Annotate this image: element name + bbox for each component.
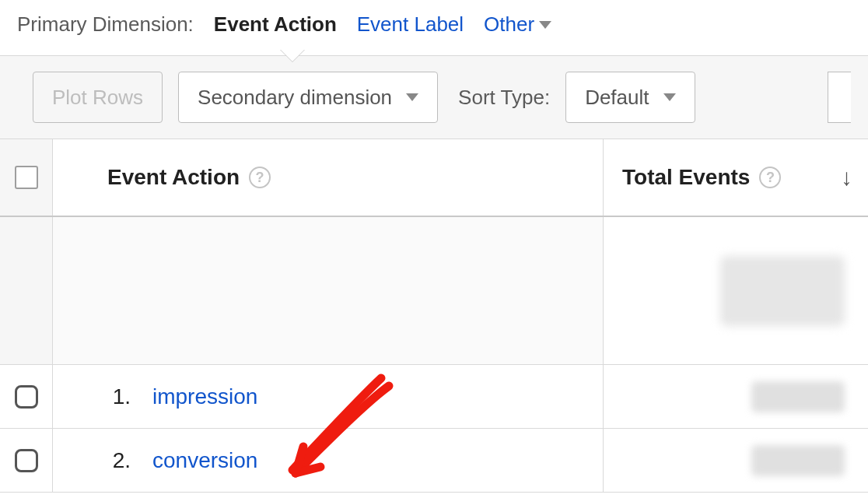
table-summary-row: [0, 217, 868, 365]
help-icon[interactable]: ?: [759, 167, 781, 188]
active-tab-pointer-icon: [280, 49, 305, 61]
sort-descending-icon: ↓: [841, 164, 852, 191]
primary-dimension-bar: Primary Dimension: Event Action Event La…: [0, 0, 868, 55]
row-checkbox[interactable]: [15, 449, 38, 472]
table-header: Event Action ? Total Events ? ↓: [0, 139, 868, 217]
dimension-tab-event-label[interactable]: Event Label: [357, 12, 464, 37]
column-header-event-action[interactable]: Event Action ?: [53, 139, 604, 216]
sort-type-value: Default: [585, 86, 649, 110]
column-header-total-events-label: Total Events: [622, 165, 750, 190]
redacted-value: [751, 445, 845, 476]
redacted-total: [720, 256, 845, 326]
table-row: 2. conversion: [0, 429, 868, 493]
row-index: 1.: [84, 384, 131, 409]
select-all-checkbox[interactable]: [15, 166, 38, 189]
dimension-tab-other-label: Other: [484, 12, 534, 37]
event-action-link[interactable]: conversion: [152, 448, 257, 473]
secondary-dimension-label: Secondary dimension: [198, 86, 392, 110]
row-checkbox[interactable]: [15, 385, 38, 409]
plot-rows-button[interactable]: Plot Rows: [33, 72, 163, 123]
secondary-dimension-dropdown[interactable]: Secondary dimension: [178, 72, 438, 123]
select-all-cell: [0, 139, 53, 216]
dimension-tab-event-action[interactable]: Event Action: [214, 12, 337, 37]
redacted-value: [751, 381, 845, 412]
column-header-total-events[interactable]: Total Events ? ↓: [604, 139, 868, 216]
row-index: 2.: [84, 448, 131, 473]
dimension-tab-other[interactable]: Other: [484, 12, 551, 37]
event-action-link[interactable]: impression: [152, 384, 257, 409]
sort-type-dropdown[interactable]: Default: [565, 72, 695, 123]
plot-rows-label: Plot Rows: [52, 86, 143, 110]
primary-dimension-label: Primary Dimension:: [17, 12, 194, 37]
caret-down-icon: [663, 93, 676, 101]
sort-type-label: Sort Type:: [458, 86, 550, 110]
report-toolbar: Plot Rows Secondary dimension Sort Type:…: [0, 55, 868, 139]
search-input[interactable]: [828, 72, 851, 123]
table-row: 1. impression: [0, 365, 868, 429]
column-header-event-action-label: Event Action: [107, 165, 240, 190]
help-icon[interactable]: ?: [249, 167, 271, 188]
caret-down-icon: [406, 93, 418, 101]
caret-down-icon: [539, 21, 551, 29]
